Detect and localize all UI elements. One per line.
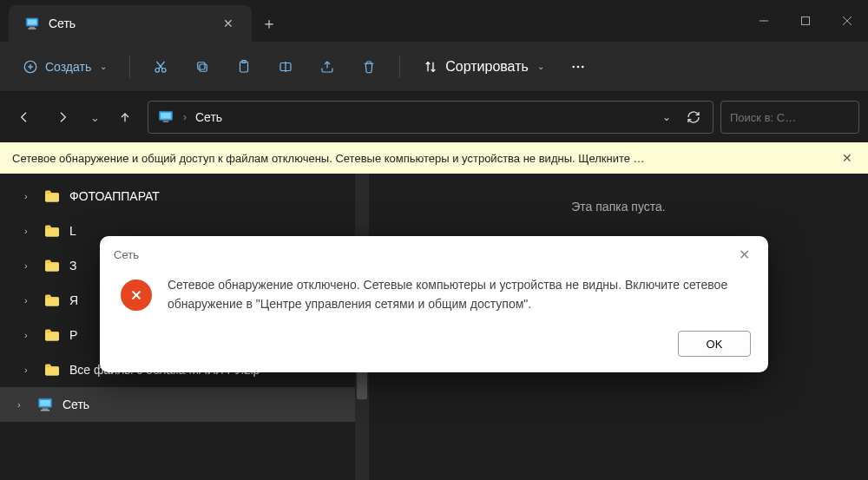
share-button[interactable] xyxy=(309,51,345,82)
svg-rect-1 xyxy=(28,20,37,25)
chevron-right-icon: › xyxy=(24,365,35,375)
svg-rect-31 xyxy=(43,408,49,410)
chevron-right-icon: › xyxy=(24,330,35,340)
network-icon xyxy=(36,397,54,412)
rename-button[interactable] xyxy=(267,51,304,82)
tree-item-label: З xyxy=(69,259,76,273)
svg-rect-5 xyxy=(802,17,810,25)
navigation-bar: ⌄ › Сеть ⌄ xyxy=(0,92,868,142)
tab-close-button[interactable]: ✕ xyxy=(220,16,236,31)
refresh-button[interactable] xyxy=(683,110,704,124)
chevron-right-icon: › xyxy=(17,399,28,410)
tab-network[interactable]: Сеть ✕ xyxy=(9,5,252,42)
svg-point-22 xyxy=(576,65,579,68)
tree-item-label: Сеть xyxy=(62,398,89,411)
svg-rect-26 xyxy=(163,121,169,122)
new-tab-button[interactable]: ＋ xyxy=(252,5,286,42)
empty-folder-text: Эта папка пуста. xyxy=(571,200,665,214)
tree-item-label: Я xyxy=(69,293,78,307)
info-bar[interactable]: Сетевое обнаружение и общий доступ к фай… xyxy=(0,142,868,174)
dialog-titlebar: Сеть ✕ xyxy=(100,236,768,273)
folder-icon xyxy=(43,363,61,377)
svg-rect-25 xyxy=(161,113,171,119)
svg-point-21 xyxy=(572,65,575,68)
sort-button[interactable]: Сортировать ⌄ xyxy=(412,51,555,82)
info-bar-close[interactable]: ✕ xyxy=(838,149,856,167)
folder-icon xyxy=(43,224,61,238)
breadcrumb-separator: › xyxy=(183,111,187,123)
tree-item-label: Р xyxy=(69,328,77,342)
create-label: Создать xyxy=(45,60,91,74)
cut-button[interactable] xyxy=(142,51,179,82)
svg-rect-16 xyxy=(198,62,205,69)
create-button[interactable]: Создать ⌄ xyxy=(12,51,117,82)
titlebar: Сеть ✕ ＋ xyxy=(0,0,868,42)
svg-point-23 xyxy=(582,65,584,68)
chevron-right-icon: › xyxy=(24,191,35,201)
folder-icon xyxy=(43,328,61,342)
address-bar[interactable]: › Сеть ⌄ xyxy=(148,101,713,134)
search-input[interactable] xyxy=(730,111,868,124)
chevron-down-icon: ⌄ xyxy=(100,62,107,71)
tab-title: Сеть xyxy=(49,16,212,30)
folder-icon xyxy=(43,189,61,203)
svg-rect-3 xyxy=(29,28,36,30)
tree-item-label: L xyxy=(69,224,76,238)
dialog-message: Сетевое обнаружение отключено. Сетевые к… xyxy=(168,276,747,313)
breadcrumb-network[interactable]: Сеть xyxy=(195,110,222,124)
svg-rect-15 xyxy=(200,64,207,71)
dialog-close-button[interactable]: ✕ xyxy=(733,244,754,265)
paste-button[interactable] xyxy=(226,51,262,82)
recent-button[interactable]: ⌄ xyxy=(85,102,102,133)
svg-rect-2 xyxy=(30,27,35,29)
close-button[interactable] xyxy=(826,0,868,42)
dialog-ok-button[interactable]: OK xyxy=(678,331,751,357)
network-icon xyxy=(157,109,174,125)
error-icon xyxy=(121,279,152,311)
back-button[interactable] xyxy=(9,102,40,133)
tree-item-network[interactable]: ›Сеть xyxy=(0,387,369,422)
info-bar-text: Сетевое обнаружение и общий доступ к фай… xyxy=(12,152,838,165)
chevron-right-icon: › xyxy=(24,260,35,271)
up-button[interactable] xyxy=(109,102,141,133)
more-button[interactable] xyxy=(560,51,596,82)
chevron-right-icon: › xyxy=(24,226,35,236)
window-controls xyxy=(743,0,868,42)
chevron-down-icon: ⌄ xyxy=(537,62,544,71)
forward-button[interactable] xyxy=(47,102,78,133)
search-box[interactable] xyxy=(720,101,859,134)
tree-item[interactable]: ›ФОТОАППАРАТ xyxy=(0,179,369,214)
toolbar: Создать ⌄ Сортировать ⌄ xyxy=(0,42,868,92)
folder-icon xyxy=(43,293,61,307)
svg-rect-30 xyxy=(40,400,50,406)
svg-rect-32 xyxy=(41,410,49,411)
maximize-button[interactable] xyxy=(785,0,826,42)
address-dropdown[interactable]: ⌄ xyxy=(659,111,674,123)
sort-label: Сортировать xyxy=(445,59,529,75)
explorer-window: Сеть ✕ ＋ Создать ⌄ xyxy=(0,0,868,480)
minimize-button[interactable] xyxy=(743,0,785,42)
copy-button[interactable] xyxy=(184,51,220,82)
delete-button[interactable] xyxy=(351,51,387,82)
tree-item-label: ФОТОАППАРАТ xyxy=(69,189,160,203)
network-icon xyxy=(24,16,40,30)
folder-icon xyxy=(43,259,61,273)
chevron-right-icon: › xyxy=(24,295,35,306)
error-dialog: Сеть ✕ Сетевое обнаружение отключено. Се… xyxy=(100,236,768,372)
dialog-title: Сеть xyxy=(114,248,733,261)
